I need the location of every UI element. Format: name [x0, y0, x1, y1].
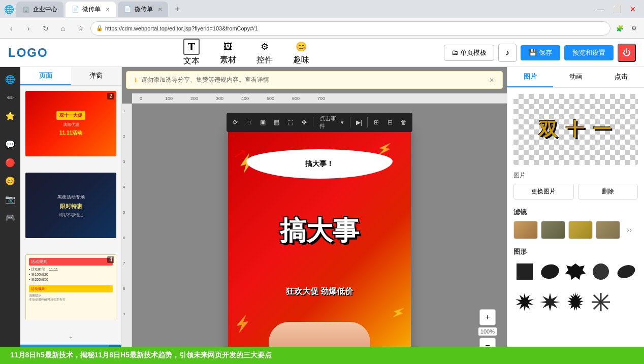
save-button[interactable]: 💾 保存 — [521, 45, 560, 60]
back-button[interactable]: ‹ — [4, 21, 18, 36]
forward-button[interactable]: › — [21, 21, 36, 36]
change-image-button[interactable]: 更换图片 — [513, 184, 574, 200]
minimize-button[interactable]: — — [593, 2, 607, 16]
tool-text-label: 文本 — [183, 56, 200, 67]
filter-item-2[interactable] — [541, 221, 565, 239]
power-button[interactable]: ⏻ — [618, 44, 636, 62]
page-item-4[interactable]: 活动规则 • 活动时间：11.11 • 满100减20 • 满200减50 活动… — [24, 253, 117, 321]
filter-item-3[interactable] — [568, 221, 593, 239]
shape-star[interactable] — [539, 291, 561, 313]
right-tab-click[interactable]: 点击 — [598, 67, 644, 87]
page-number-4: 4 — [107, 256, 114, 263]
image-preview-area: 双 十 一 — [513, 94, 638, 165]
shape-snowflake[interactable] — [590, 291, 612, 313]
svg-point-1 — [540, 262, 560, 281]
nav-bar: ‹ › ↻ ⌂ ☆ 🔒 https://cdm.webportal.top/ed… — [0, 18, 644, 39]
url-text: https://cdm.webportal.top/editor.jsp?fly… — [105, 25, 258, 31]
shape-splat-2[interactable] — [564, 291, 587, 313]
tab-flyer-2[interactable]: 📄 微传单 ✕ — [118, 2, 168, 17]
browser-chrome: 🌐 🏢 企业中心 📄 微传单 ✕ 📄 微传单 ✕ + — ⬜ ✕ — [0, 0, 644, 39]
bookmark-button[interactable]: ☆ — [73, 21, 87, 36]
ruler-vertical: 1 2 3 4 5 6 7 8 9 — [122, 104, 132, 354]
toolbar-move-btn[interactable]: ✤ — [298, 115, 310, 129]
toolbar-event-dropdown[interactable]: 点击事件 ▾ — [315, 115, 348, 130]
design-canvas[interactable]: ⚡ ⚡ ⚡ ⚡ 搞大事！ 搞大事 — [228, 129, 411, 354]
tool-control[interactable]: ⚙ 控件 — [250, 38, 279, 68]
home-button[interactable]: ⌂ — [56, 21, 70, 36]
svg-point-2 — [593, 263, 609, 280]
template-button[interactable]: 🗂 单页模板 — [444, 45, 494, 61]
canvas-area: ℹ 请勿添加诱导分享、集赞等违规内容。查看详情 ✕ 0 100 200 300 … — [122, 67, 507, 364]
shape-splat-1[interactable] — [513, 291, 536, 313]
sidebar-game-icon[interactable]: 🎮 — [2, 209, 18, 225]
canvas-scroll-area[interactable]: ⟳ □ ▣ ▦ ⬚ ✤ 点击事件 ▾ ▶| ⊞ — [132, 104, 507, 354]
sub-text: 狂欢大促 劲爆低价 — [228, 286, 411, 297]
toolbar-refresh-btn[interactable]: ⟳ — [229, 115, 241, 129]
filter-more-button[interactable]: ›› — [623, 221, 635, 239]
tab-flyer-1-icon: 📄 — [72, 6, 79, 13]
preview-button[interactable]: 预览和设置 — [564, 45, 614, 60]
tab-popup[interactable]: 弹窗 — [71, 67, 122, 85]
notification-close[interactable]: ✕ — [489, 77, 494, 84]
sidebar-star-icon[interactable]: ⭐ — [2, 108, 18, 124]
toolbar-play-btn[interactable]: ▶| — [352, 115, 365, 129]
maximize-button[interactable]: ⬜ — [609, 2, 624, 16]
app-header: LOGO T 文本 🖼 素材 ⚙ 控件 😊 趣味 🗂 单页 — [0, 39, 644, 67]
music-button[interactable]: ♪ — [498, 44, 517, 62]
shape-blob-2[interactable] — [564, 260, 587, 283]
tab-flyer-2-close[interactable]: ✕ — [158, 7, 162, 12]
page-item-3[interactable]: 黑夜活动专场 限时特惠 精彩不容错过 ➜ — [24, 172, 117, 239]
shape-square[interactable] — [513, 260, 536, 283]
tool-fun-label: 趣味 — [293, 55, 309, 65]
sidebar-weibo-icon[interactable]: 🔴 — [2, 154, 18, 171]
page-number-2: 2 — [107, 93, 114, 100]
sidebar-edit-icon[interactable]: ✏ — [2, 89, 18, 106]
tab-flyer-1[interactable]: 📄 微传单 ✕ — [66, 2, 116, 17]
tab-enterprise[interactable]: 🏢 企业中心 — [16, 2, 63, 17]
tool-text-icon: T — [183, 39, 200, 55]
toolbar-crop-btn[interactable]: ▣ — [256, 115, 269, 129]
extensions-button[interactable]: 🧩 — [614, 22, 626, 35]
toolbar-rect-btn[interactable]: □ — [242, 115, 255, 129]
svg-rect-0 — [517, 263, 533, 280]
sidebar-home-icon[interactable]: 🌐 — [2, 71, 18, 87]
tab-pages[interactable]: 页面 — [20, 67, 71, 85]
toolbar-grid-btn[interactable]: ▦ — [270, 115, 283, 129]
delete-image-button[interactable]: 删除 — [578, 184, 638, 200]
lock-icon: 🔒 — [96, 25, 103, 31]
tab-flyer-1-label: 微传单 — [82, 5, 101, 14]
zoom-label: 100% — [478, 327, 497, 336]
settings-button[interactable]: ⚙ — [628, 22, 640, 35]
zoom-in-button[interactable]: + — [479, 309, 496, 325]
nav-right-icons: 🧩 ⚙ — [614, 22, 640, 35]
close-button[interactable]: ✕ — [626, 2, 640, 16]
sidebar-face-icon[interactable]: 😊 — [2, 173, 18, 189]
tab-flyer-2-label: 微传单 — [135, 5, 153, 14]
page-item-2[interactable]: 双十一大促 满额优惠 11.11活动 2 + ⧉ ≡ 🗑 ➜ — [24, 90, 117, 157]
tool-material[interactable]: 🖼 素材 — [214, 38, 242, 68]
tab-enterprise-label: 企业中心 — [33, 5, 57, 14]
shape-blob-1[interactable] — [539, 260, 561, 283]
shape-circle[interactable] — [590, 260, 612, 283]
tool-text[interactable]: T 文本 — [177, 37, 206, 69]
refresh-button[interactable]: ↻ — [39, 21, 53, 36]
toolbar-border-btn[interactable]: ⬚ — [284, 115, 297, 129]
filter-item-1[interactable] — [513, 221, 538, 239]
filter-item-4[interactable] — [596, 221, 620, 239]
tab-flyer-1-close[interactable]: ✕ — [106, 7, 110, 12]
shape-oval[interactable] — [615, 260, 637, 283]
right-tab-image[interactable]: 图片 — [507, 67, 553, 87]
new-tab-button[interactable]: + — [170, 2, 184, 16]
tool-fun[interactable]: 😊 趣味 — [287, 38, 315, 68]
tab-enterprise-icon: 🏢 — [22, 6, 30, 13]
right-tab-animation[interactable]: 动画 — [553, 67, 599, 87]
header-right: 🗂 单页模板 ♪ 💾 保存 预览和设置 ⏻ — [444, 44, 636, 62]
image-action-buttons: 更换图片 删除 — [513, 184, 638, 200]
sidebar-wechat-icon[interactable]: 💬 — [2, 136, 18, 152]
toolbar-shrink-btn[interactable]: ⊟ — [384, 115, 397, 129]
toolbar-delete-btn[interactable]: 🗑 — [398, 115, 410, 129]
toolbar-expand-btn[interactable]: ⊞ — [370, 115, 382, 129]
tool-material-icon: 🖼 — [221, 40, 235, 54]
sidebar-camera-icon[interactable]: 📷 — [2, 191, 18, 207]
address-bar[interactable]: 🔒 https://cdm.webportal.top/editor.jsp?f… — [90, 21, 610, 36]
